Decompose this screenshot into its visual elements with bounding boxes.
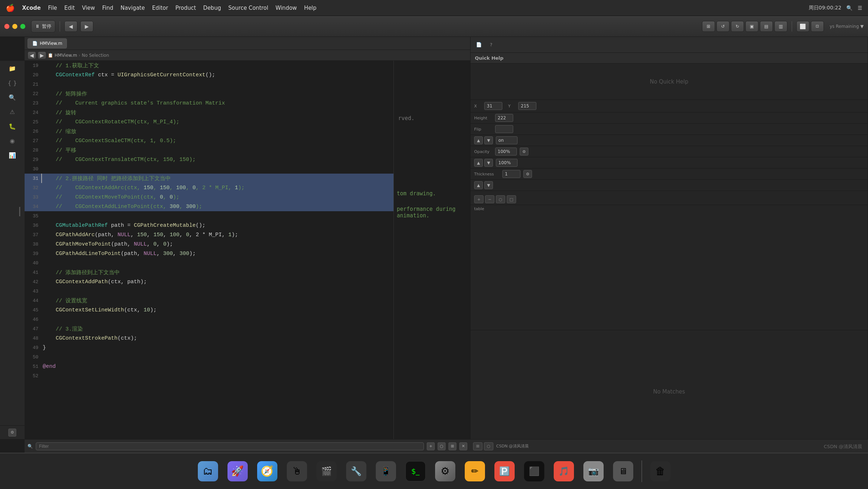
sidebar-search-icon[interactable]: 🔍 [4,91,20,103]
dock-item-mouse[interactable]: 🖱 [284,459,310,484]
menu-bar: 🍎 Xcode File Edit View Find Navigate Edi… [0,0,868,16]
menu-edit[interactable]: Edit [64,5,75,11]
dock-item-trash[interactable]: 🗑 [648,459,673,484]
sidebar-issues-icon[interactable]: ⚠ [4,106,20,118]
insp-bottom-icon-2[interactable]: ○ [484,442,493,450]
height-row: Height 222 [471,112,868,124]
sidebar-files-icon[interactable]: 📁 [4,62,20,75]
menu-navigate[interactable]: Navigate [120,5,145,11]
panel-right-btn[interactable]: ⊡ [811,21,824,32]
middle-canvas-area: rved. tom drawing. performance during an… [393,61,470,439]
inspector-quick-help-icon[interactable]: ? [486,40,497,50]
thickness-value[interactable]: 1 [502,170,520,178]
apple-menu[interactable]: 🍎 [6,4,15,12]
dock-item-launchpad[interactable]: 🚀 [225,459,250,484]
filter-add-btn[interactable]: + [427,442,435,450]
dock-item-media[interactable]: 🎵 [551,459,576,484]
menu-view[interactable]: View [82,5,95,11]
height-label: Height [474,116,492,120]
menu-file[interactable]: File [48,5,57,11]
file-tab-hmview[interactable]: 📄 HMView.m [27,38,67,48]
insp-circle-btn[interactable]: ○ [496,195,505,203]
dock-item-black-app[interactable]: ⬛ [522,459,547,484]
breadcrumb-selection[interactable]: No Selection [82,53,109,58]
stepper3-down-btn[interactable]: ▼ [484,181,493,189]
layout-btn-5[interactable]: ▤ [760,21,773,32]
table-row: 51 @end [25,362,393,371]
canvas-comment-1: tom drawing. [397,189,467,198]
insp-bottom-icon-1[interactable]: ⊞ [473,442,482,450]
sidebar-debug-icon[interactable]: 🐛 [4,120,20,132]
stepper-up-btn[interactable]: ▲ [474,136,483,144]
layout-btn-4[interactable]: ▣ [745,21,758,32]
filter-icon-left[interactable]: ⚙ [8,429,16,437]
menu-find[interactable]: Find [102,5,113,11]
menu-debug[interactable]: Debug [203,5,221,11]
breadcrumb-forward-btn[interactable]: ▶ [38,51,46,59]
dock-item-monitor[interactable]: 🖥 [610,459,636,484]
dock-item-finder[interactable]: 🗂 [195,459,221,484]
menu-source-control[interactable]: Source Control [228,5,268,11]
sidebar-reports-icon[interactable]: 📊 [4,149,20,161]
stepper3-up-btn[interactable]: ▲ [474,181,483,189]
filter-input[interactable] [36,442,424,450]
opacity-value[interactable]: 100% [495,148,517,156]
panel-left-btn[interactable]: ⬜ [796,21,809,32]
stepper2-up-btn[interactable]: ▲ [474,159,483,167]
dock-item-iosapp[interactable]: 📱 [373,459,399,484]
layout-btn-6[interactable]: ▥ [774,21,787,32]
dock-item-quicktime[interactable]: 🎬 [314,459,339,484]
dock-item-terminal[interactable]: $_ [403,459,428,484]
menu-xcode[interactable]: Xcode [22,5,41,11]
inspector-file-icon[interactable]: 📄 [473,40,484,50]
window-close-btn[interactable] [4,24,9,29]
nav-back-btn[interactable]: ◀ [64,21,77,32]
dock-item-safari[interactable]: 🧭 [255,459,280,484]
dock-item-sketch[interactable]: ✏️ [462,459,488,484]
pause-button[interactable]: ⏸ 暂停 [31,20,55,33]
sidebar-breakpoints-icon[interactable]: ◉ [4,135,20,147]
insp-bottom-label: CSDN @清风清晨 [496,443,529,449]
on-value[interactable]: on [496,136,518,144]
filter-circle-btn[interactable]: ○ [438,442,446,450]
menu-icon[interactable]: ☰ [858,5,862,11]
layout-btn-1[interactable]: ⊞ [702,21,715,32]
window-maximize-btn[interactable] [20,24,25,29]
no-matches-text: No Matches [653,388,685,395]
sidebar-symbols-icon[interactable]: { } [4,77,20,89]
code-editor[interactable]: 19 // 1.获取上下文 20 CGContextRef ctx = UIGr… [25,61,393,453]
filter-panel-btn[interactable]: ⊞ [448,442,456,450]
watermark-text: CSDN @清风清晨 [824,444,862,449]
search-icon[interactable]: 🔍 [846,5,852,11]
dock-item-sysprefs[interactable]: ⚙️ [433,459,458,484]
dock-item-photos[interactable]: 📷 [581,459,606,484]
nav-forward-btn[interactable]: ▶ [80,21,93,32]
height-value[interactable]: 222 [495,114,513,122]
breadcrumb-back-btn[interactable]: ◀ [27,51,36,59]
flip-value[interactable] [495,125,513,133]
y-value[interactable]: 215 [518,102,536,110]
x-value[interactable]: 31 [484,102,502,110]
layout-btn-2[interactable]: ↺ [716,21,729,32]
menu-help[interactable]: Help [304,5,316,11]
stepper-down-btn[interactable]: ▼ [484,136,493,144]
opacity-stepper[interactable]: ⚙ [520,148,528,156]
dock-item-paw[interactable]: 🅿️ [492,459,517,484]
filter-close-btn[interactable]: ✕ [459,442,467,450]
percent-value[interactable]: 100% [496,159,518,167]
breadcrumb-filename[interactable]: HMView.m [55,53,77,58]
canvas-line [397,104,467,114]
table-row: 52 [25,371,393,380]
dock-item-tools[interactable]: 🔧 [344,459,369,484]
menu-editor[interactable]: Editor [152,5,168,11]
menu-window[interactable]: Window [276,5,297,11]
insp-new-btn[interactable]: + [474,195,484,203]
insp-square-btn[interactable]: □ [507,195,516,203]
layout-btn-3[interactable]: ↻ [731,21,744,32]
window-minimize-btn[interactable] [12,24,17,29]
menu-product[interactable]: Product [175,5,196,11]
thickness-stepper[interactable]: ⚙ [523,170,532,178]
stepper2-down-btn[interactable]: ▼ [484,159,493,167]
insp-minus-btn[interactable]: − [485,195,494,203]
flip-label: Flip [474,127,492,132]
